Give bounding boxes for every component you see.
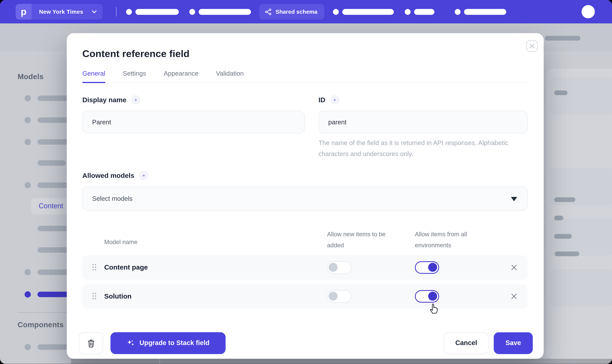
- skeleton-dot: [25, 344, 31, 350]
- skeleton-bar: [554, 216, 563, 220]
- models-table-header: Model name Allow new items to be added A…: [82, 223, 528, 251]
- sidebar-item-content-label: Content: [39, 202, 63, 210]
- skeleton-bar: [555, 252, 579, 256]
- shared-schema-label: Shared schema: [275, 9, 317, 15]
- model-name: Content page: [104, 263, 148, 272]
- skeleton-bar: [554, 234, 572, 238]
- tab-appearance[interactable]: Appearance: [164, 70, 198, 82]
- skeleton-nav-bar: [199, 9, 251, 15]
- required-asterisk: *: [131, 95, 140, 105]
- skeleton-nav-bar: [342, 9, 394, 15]
- skeleton-bar: [38, 247, 71, 253]
- column-header-allow-all-environments: Allow items from all environments: [415, 229, 497, 251]
- tab-general[interactable]: General: [82, 70, 105, 82]
- background-bottom-strip: [71, 359, 612, 364]
- workspace-name: New York Times: [32, 9, 92, 15]
- remove-row-icon[interactable]: [509, 292, 519, 301]
- close-icon: [529, 43, 535, 49]
- background-bottom-seam: [159, 359, 160, 364]
- id-help-text: The name of the field as it is returned …: [318, 137, 528, 159]
- content-reference-field-modal: Content reference field General Settings…: [67, 33, 544, 359]
- required-asterisk: *: [330, 95, 340, 105]
- skeleton-bar: [554, 197, 575, 202]
- skeleton-nav-dot: [333, 9, 339, 15]
- toggle-allow-new-items[interactable]: [327, 261, 351, 274]
- skeleton-bar: [38, 160, 66, 166]
- display-name-field-group: Display name *: [82, 94, 305, 159]
- allowed-models-label: Allowed models: [82, 171, 134, 180]
- toggle-allow-new-items[interactable]: [327, 290, 351, 302]
- delete-field-button[interactable]: [79, 332, 103, 354]
- skeleton-bar: [545, 36, 580, 40]
- display-name-label: Display name: [82, 96, 126, 104]
- column-header-model-name: Model name: [104, 237, 137, 248]
- cursor-pointer-icon: [429, 302, 440, 317]
- topbar: p New York Times Shared schema: [0, 0, 612, 23]
- column-header-allow-new-items: Allow new items to be added: [327, 229, 401, 251]
- stage: Models Content Components p New York Tim…: [0, 0, 612, 364]
- tab-bar: General Settings Appearance Validation: [82, 70, 528, 83]
- skeleton-nav-bar: [414, 9, 434, 15]
- avatar[interactable]: [582, 5, 595, 18]
- skeleton-nav-bar: [136, 9, 179, 15]
- modal-footer: Upgrade to Stack field Cancel Save: [67, 332, 544, 354]
- skeleton-dot: [25, 182, 31, 188]
- skeleton-dot: [25, 269, 31, 275]
- id-label: ID: [318, 96, 325, 104]
- modal-title: Content reference field: [82, 46, 528, 60]
- prepr-logo: p: [16, 4, 32, 19]
- table-row-content-page: Content page: [82, 255, 528, 280]
- id-input[interactable]: [318, 111, 528, 133]
- skeleton-dot: [25, 95, 31, 102]
- skeleton-nav-dot: [405, 9, 411, 15]
- sparkles-icon: [126, 339, 135, 347]
- models-heading: Models: [17, 73, 43, 81]
- components-heading: Components: [17, 321, 64, 329]
- trash-icon: [87, 339, 95, 348]
- cancel-button[interactable]: Cancel: [444, 332, 489, 354]
- caret-down-icon: [511, 197, 517, 201]
- upgrade-label: Upgrade to Stack field: [139, 339, 210, 347]
- skeleton-nav-bar: [464, 9, 506, 15]
- skeleton-dot: [25, 139, 31, 145]
- id-field-group: ID * The name of the field as it is retu…: [318, 94, 528, 159]
- topbar-divider: [116, 7, 117, 16]
- shared-schema-button[interactable]: Shared schema: [259, 4, 324, 19]
- toggle-allow-all-environments[interactable]: [415, 261, 439, 274]
- tab-validation[interactable]: Validation: [216, 70, 244, 82]
- remove-row-icon[interactable]: [509, 263, 519, 272]
- required-asterisk: *: [139, 171, 148, 180]
- screen: Models Content Components p New York Tim…: [0, 0, 612, 364]
- table-row-solution: Solution: [82, 284, 528, 308]
- close-button[interactable]: [526, 40, 538, 52]
- sidebar-divider: [17, 312, 67, 312]
- tab-settings[interactable]: Settings: [123, 70, 146, 82]
- allowed-models-placeholder: Select models: [92, 195, 133, 202]
- background-right-panel: [546, 69, 612, 359]
- skeleton-dot: [25, 117, 31, 123]
- skeleton-nav-dot: [126, 9, 132, 15]
- workspace-switcher-button[interactable]: p New York Times: [16, 4, 103, 19]
- skeleton-block: [550, 77, 612, 115]
- skeleton-nav-dot: [455, 9, 461, 15]
- skeleton-bar: [554, 91, 568, 95]
- display-name-input[interactable]: [82, 111, 305, 133]
- schema-icon: [265, 8, 272, 15]
- skeleton-block: [550, 269, 612, 307]
- chevron-down-icon: [92, 10, 97, 13]
- skeleton-nav-dot: [189, 9, 195, 15]
- toggle-allow-all-environments[interactable]: [415, 290, 439, 302]
- upgrade-to-stack-field-button[interactable]: Upgrade to Stack field: [110, 332, 226, 354]
- model-name: Solution: [104, 292, 132, 300]
- allowed-models-select[interactable]: Select models: [82, 186, 528, 211]
- save-button[interactable]: Save: [494, 332, 533, 354]
- drag-handle-icon[interactable]: [93, 264, 97, 271]
- drag-handle-icon[interactable]: [93, 293, 97, 300]
- skeleton-bar: [38, 226, 71, 231]
- skeleton-dot-active: [25, 291, 31, 298]
